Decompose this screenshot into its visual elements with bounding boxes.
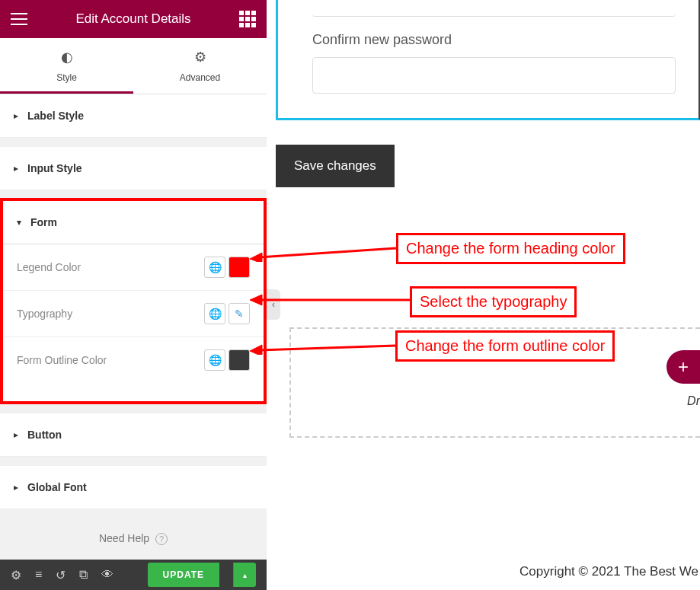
tab-style[interactable]: ◐ Style	[0, 38, 133, 94]
update-dropdown[interactable]: ▴	[233, 563, 256, 587]
section-input-style[interactable]: ▸ Input Style	[0, 147, 267, 190]
globe-icon[interactable]: 🌐	[204, 303, 225, 324]
panel-list: ▸ Label Style ▸ Input Style ▾ Form Legen…	[0, 94, 267, 560]
section-form[interactable]: ▾ Form	[3, 201, 264, 244]
globe-icon[interactable]: 🌐	[204, 257, 225, 278]
need-help-label: Need Help	[99, 532, 149, 544]
footer-bar: ⚙ ≡ ↺ ⧉ 👁 UPDATE ▴	[0, 560, 267, 590]
caret-right-icon: ▸	[14, 163, 18, 174]
caret-down-icon: ▾	[17, 217, 21, 228]
confirm-password-label: Confirm new password	[312, 32, 698, 48]
tabs-row: ◐ Style ⚙ Advanced	[0, 38, 267, 94]
arrow-2	[250, 292, 412, 308]
svg-marker-5	[250, 345, 262, 355]
add-element-fab[interactable]: +	[666, 350, 700, 384]
half-circle-icon: ◐	[0, 49, 133, 65]
form-outline-color-label: Form Outline Color	[17, 354, 107, 366]
legend-color-swatch[interactable]	[229, 257, 250, 278]
save-changes-button[interactable]: Save changes	[276, 145, 395, 187]
form-outline-color-swatch[interactable]	[229, 349, 250, 371]
annotation-1: Change the form heading color	[396, 233, 625, 264]
need-help-link[interactable]: Need Help ?	[0, 509, 267, 560]
control-form-outline-color: Form Outline Color 🌐	[3, 337, 264, 401]
caret-right-icon: ▸	[14, 482, 18, 493]
control-typography: Typography 🌐 ✎	[3, 291, 264, 337]
svg-marker-3	[250, 295, 262, 305]
hamburger-icon[interactable]	[11, 13, 27, 25]
history-icon[interactable]: ↺	[56, 568, 66, 582]
legend-color-label: Legend Color	[17, 261, 81, 273]
confirm-password-input[interactable]	[312, 57, 676, 94]
pencil-icon[interactable]: ✎	[229, 303, 250, 324]
form-section-highlight: ▾ Form Legend Color 🌐 Typography 🌐 ✎ For…	[0, 198, 267, 404]
svg-line-4	[259, 346, 395, 350]
svg-line-0	[259, 248, 396, 257]
arrow-1	[250, 242, 398, 262]
section-button[interactable]: ▸ Button	[0, 413, 267, 457]
gear-icon: ⚙	[133, 49, 267, 65]
control-legend-color: Legend Color 🌐	[3, 244, 264, 291]
section-label-style[interactable]: ▸ Label Style	[0, 94, 267, 138]
copyright: Copyright © 2021 The Best We	[289, 564, 700, 579]
form-area-selected[interactable]: Confirm new password	[276, 0, 700, 120]
password-input-bottom[interactable]	[312, 0, 676, 17]
sidebar-header: Edit Account Details	[0, 0, 267, 38]
annotation-2: Select the typography	[410, 286, 577, 317]
section-global-font[interactable]: ▸ Global Font	[0, 466, 267, 509]
responsive-icon[interactable]: ⧉	[79, 568, 88, 582]
typography-label: Typography	[17, 308, 72, 320]
preview-icon[interactable]: 👁	[101, 568, 113, 582]
help-icon: ?	[155, 533, 168, 545]
draft-hint: Dr	[687, 394, 700, 408]
sidebar-title: Edit Account Details	[75, 11, 190, 27]
apps-icon[interactable]	[239, 11, 256, 27]
tab-style-label: Style	[56, 72, 77, 83]
annotation-3: Change the form outline color	[395, 330, 615, 362]
settings-icon[interactable]: ⚙	[11, 568, 21, 582]
tab-advanced[interactable]: ⚙ Advanced	[133, 38, 267, 94]
revisions-icon[interactable]: ≡	[35, 568, 42, 582]
tab-advanced-label: Advanced	[180, 72, 220, 83]
svg-marker-1	[250, 253, 262, 262]
caret-right-icon: ▸	[14, 110, 18, 121]
globe-icon[interactable]: 🌐	[204, 349, 225, 371]
editor-sidebar: Edit Account Details ◐ Style ⚙ Advanced …	[0, 0, 267, 590]
update-button[interactable]: UPDATE	[148, 563, 219, 587]
arrow-3	[250, 340, 398, 355]
caret-right-icon: ▸	[14, 429, 18, 440]
